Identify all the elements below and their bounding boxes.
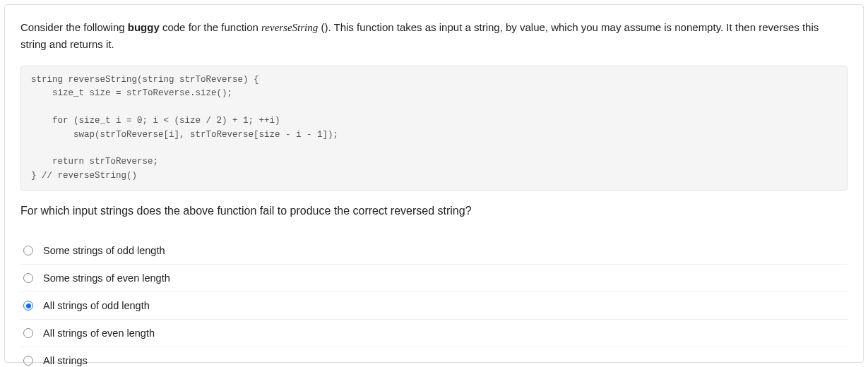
option-label: All strings (43, 355, 88, 366)
radio-icon[interactable] (23, 301, 33, 311)
option-4[interactable]: All strings (20, 347, 848, 367)
question-prompt: For which input strings does the above f… (20, 205, 848, 217)
radio-icon[interactable] (23, 246, 33, 255)
stem-paren: () (318, 21, 328, 33)
option-label: Some strings of even length (43, 272, 170, 284)
option-3[interactable]: All strings of even length (20, 320, 848, 347)
option-1[interactable]: Some strings of even length (20, 265, 848, 292)
stem-bold: buggy (128, 21, 160, 33)
question-card: Consider the following buggy code for th… (4, 4, 864, 363)
stem-text-mid1: code for the function (160, 21, 261, 33)
option-0[interactable]: Some strings of odd length (20, 237, 848, 265)
code-block: string reverseString(string strToReverse… (20, 66, 848, 191)
option-label: All strings of even length (43, 327, 155, 339)
option-label: Some strings of odd length (43, 245, 165, 256)
function-name: reverseString (261, 22, 318, 33)
radio-icon[interactable] (23, 273, 33, 283)
stem-text-pre: Consider the following (20, 21, 128, 33)
options-list: Some strings of odd length Some strings … (20, 237, 848, 367)
radio-icon[interactable] (23, 328, 33, 338)
question-stem: Consider the following buggy code for th… (20, 19, 848, 53)
option-2[interactable]: All strings of odd length (20, 292, 848, 320)
option-label: All strings of odd length (43, 300, 150, 311)
radio-icon[interactable] (23, 356, 33, 366)
